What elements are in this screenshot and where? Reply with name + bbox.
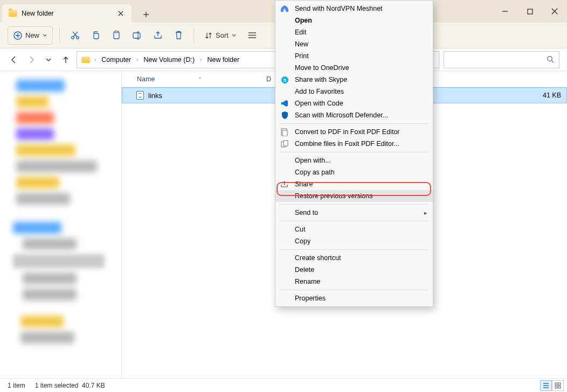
ctx-copy-path[interactable]: Copy as path (275, 166, 433, 178)
sidebar-item[interactable] (16, 160, 97, 172)
ctx-open-code[interactable]: Open with Code (275, 97, 433, 109)
view-button[interactable] (244, 26, 261, 45)
svg-rect-10 (558, 383, 561, 385)
cut-button[interactable] (66, 26, 84, 45)
sort-button[interactable]: Sort (200, 31, 240, 39)
pdf-icon (280, 127, 289, 137)
ctx-scan-defender[interactable]: Scan with Microsoft Defender... (275, 109, 433, 121)
chevron-right-icon: ▸ (424, 209, 427, 216)
breadcrumb[interactable]: New folder (205, 56, 241, 64)
ctx-open[interactable]: Open (275, 15, 433, 26)
close-window-button[interactable] (542, 0, 567, 23)
maximize-button[interactable] (517, 0, 542, 23)
window-controls (493, 0, 567, 23)
ctx-convert-pdf[interactable]: Convert to PDF in Foxit PDF Editor (275, 126, 433, 138)
up-button[interactable] (59, 53, 72, 66)
svg-rect-0 (528, 9, 533, 14)
sidebar-item[interactable] (20, 316, 64, 327)
ctx-cut[interactable]: Cut (275, 223, 433, 235)
sidebar-item[interactable] (23, 238, 77, 250)
sidebar-item[interactable] (20, 332, 74, 344)
svg-rect-4 (94, 33, 99, 39)
sidebar-item[interactable] (23, 289, 77, 300)
ctx-combine-pdf[interactable]: Combine files in Foxit PDF Editor... (275, 138, 433, 150)
minimize-button[interactable] (493, 0, 517, 23)
sidebar-item[interactable] (23, 272, 77, 284)
ctx-edit[interactable]: Edit (275, 26, 433, 38)
copy-button[interactable] (87, 26, 105, 45)
ctx-open-with[interactable]: Open with... (275, 155, 433, 166)
chevron-right-icon: › (136, 57, 138, 62)
svg-rect-18 (284, 141, 288, 146)
ctx-delete[interactable]: Delete (275, 264, 433, 276)
back-button[interactable] (8, 53, 20, 66)
window-tab[interactable]: New folder (2, 4, 132, 23)
sidebar-item[interactable] (16, 112, 54, 124)
column-name[interactable]: Name (137, 75, 155, 83)
combine-icon (280, 139, 289, 149)
separator (193, 28, 194, 43)
ctx-share[interactable]: Share (275, 178, 433, 190)
svg-rect-16 (282, 130, 287, 136)
sidebar-item[interactable] (16, 128, 54, 140)
sidebar-item[interactable] (16, 177, 59, 188)
ctx-create-shortcut[interactable]: Create shortcut (275, 252, 433, 264)
breadcrumb[interactable]: New Volume (D:) (142, 56, 197, 64)
svg-text:S: S (283, 78, 286, 83)
status-size: 40.7 KB (82, 382, 105, 389)
svg-rect-12 (558, 386, 561, 388)
recent-button[interactable] (42, 53, 55, 66)
breadcrumb[interactable]: Computer (99, 56, 133, 64)
sidebar-item[interactable] (16, 144, 75, 156)
share-icon (280, 179, 289, 189)
nordvpn-icon (280, 4, 289, 13)
svg-rect-6 (115, 31, 118, 33)
ctx-print[interactable]: Print (275, 50, 433, 62)
delete-button[interactable] (170, 26, 187, 45)
svg-rect-7 (133, 33, 140, 38)
document-icon (136, 91, 144, 100)
status-bar: 1 item 1 item selected 40.7 KB (0, 378, 567, 392)
column-partial[interactable]: D (266, 75, 271, 83)
sidebar-item[interactable] (16, 80, 65, 92)
ctx-copy[interactable]: Copy (275, 235, 433, 247)
ctx-send-to[interactable]: Send to▸ (275, 207, 433, 219)
new-tab-button[interactable] (138, 6, 154, 23)
navigation-pane[interactable] (0, 71, 122, 378)
share-button[interactable] (149, 26, 167, 45)
ctx-rename[interactable]: Rename (275, 276, 433, 288)
rename-button[interactable] (128, 26, 146, 45)
icons-view-button[interactable] (552, 380, 564, 391)
sidebar-item[interactable] (16, 193, 70, 205)
file-name: links (148, 92, 162, 100)
ctx-send-nordvpn[interactable]: Send with NordVPN Meshnet (275, 3, 433, 15)
details-view-button[interactable] (540, 380, 552, 391)
vscode-icon (280, 99, 289, 108)
new-button[interactable]: New (8, 26, 53, 45)
forward-button[interactable] (25, 53, 38, 66)
close-tab-button[interactable] (116, 9, 125, 18)
svg-point-3 (77, 37, 79, 39)
separator (280, 204, 428, 205)
ctx-add-favorites[interactable]: Add to Favorites (275, 86, 433, 97)
sort-label: Sort (216, 31, 229, 39)
separator (280, 123, 428, 124)
status-selected: 1 item selected (35, 382, 79, 389)
ctx-new[interactable]: New (275, 38, 433, 50)
svg-rect-11 (555, 386, 557, 388)
search-icon (547, 55, 555, 64)
sidebar-item[interactable] (13, 254, 105, 268)
sidebar-item[interactable] (13, 222, 61, 234)
svg-point-8 (548, 57, 552, 61)
search-input[interactable] (444, 51, 559, 68)
folder-icon (9, 10, 17, 17)
ctx-share-skype[interactable]: SShare with Skype (275, 74, 433, 86)
ctx-move-onedrive[interactable]: Move to OneDrive (275, 62, 433, 74)
ctx-restore-previous[interactable]: Restore previous versions (275, 190, 433, 202)
chevron-down-icon (43, 33, 47, 38)
skype-icon: S (280, 75, 289, 85)
paste-button[interactable] (108, 26, 125, 45)
sidebar-item[interactable] (16, 96, 49, 108)
new-label: New (25, 31, 39, 39)
ctx-properties[interactable]: Properties (275, 292, 433, 304)
